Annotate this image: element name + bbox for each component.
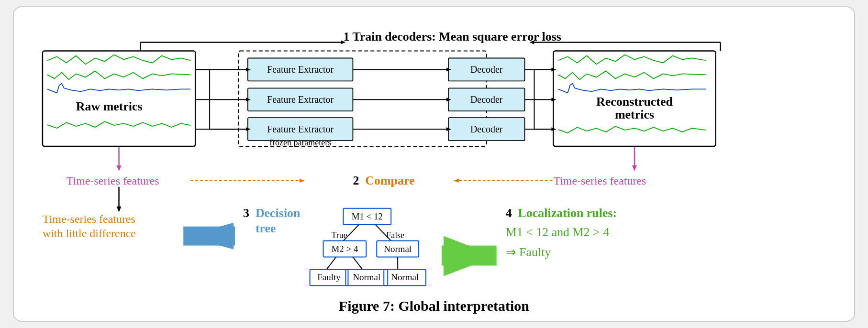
svg-rect-51 bbox=[183, 227, 235, 246]
dt-normal1: Normal bbox=[384, 244, 412, 254]
dec1-label: Decoder bbox=[470, 64, 503, 75]
figure-caption: Figure 7: Global interpretation bbox=[339, 298, 529, 316]
ts-features-diff1: Time-series features bbox=[43, 213, 135, 225]
dec3-label: Decoder bbox=[470, 124, 503, 134]
ts-features-right: Time-series features bbox=[553, 175, 646, 187]
dt-normal3: Normal bbox=[391, 272, 419, 282]
main-svg: 1 Train decoders: Mean square error loss… bbox=[28, 17, 840, 295]
dec2-label: Decoder bbox=[470, 94, 503, 105]
diagram-area: 1 Train decoders: Mean square error loss… bbox=[28, 17, 840, 295]
dt-root: M1 < 12 bbox=[352, 211, 383, 221]
fe2-label: Feature Extractor bbox=[267, 94, 334, 105]
ts-features-diff2: with little difference bbox=[43, 227, 136, 240]
svg-marker-43 bbox=[632, 165, 637, 171]
svg-marker-49 bbox=[117, 207, 122, 212]
fe1-label: Feature Extractor bbox=[267, 64, 334, 75]
step2-number: 2 bbox=[353, 174, 359, 187]
dt-faulty: Faulty bbox=[317, 272, 341, 282]
svg-rect-64 bbox=[442, 246, 497, 266]
step3-number: 3 bbox=[243, 206, 249, 220]
svg-line-57 bbox=[327, 257, 336, 270]
step4-localization: Localization rules: bbox=[518, 206, 617, 220]
ts-features-left: Time-series features bbox=[67, 175, 159, 187]
loc-rule2: ⇒ Faulty bbox=[506, 245, 551, 259]
dt-normal2: Normal bbox=[353, 272, 380, 282]
step4-number: 4 bbox=[506, 206, 512, 220]
svg-marker-47 bbox=[453, 179, 459, 183]
step3-tree: tree bbox=[256, 221, 276, 235]
raw-metrics-label: Raw metrics bbox=[76, 99, 143, 113]
svg-line-58 bbox=[353, 257, 362, 270]
fe3-label: Feature Extractor bbox=[267, 124, 334, 134]
svg-marker-41 bbox=[117, 165, 122, 171]
loc-rule1: M1 < 12 and M2 > 4 bbox=[506, 225, 609, 239]
reconstructed-metrics-label2: metrics bbox=[615, 108, 654, 121]
dt-m2: M2 > 4 bbox=[331, 244, 358, 254]
step3-decision: Decision bbox=[256, 206, 300, 220]
svg-rect-6 bbox=[43, 51, 195, 147]
dt-false: False bbox=[386, 230, 404, 240]
dt-true: True bbox=[332, 230, 347, 240]
reconstructed-metrics-label: Reconstructed bbox=[596, 95, 673, 109]
step2-compare: Compare bbox=[365, 174, 414, 187]
svg-marker-45 bbox=[300, 179, 305, 183]
figure-container: 1 Train decoders: Mean square error loss… bbox=[13, 6, 855, 322]
frozen-label: frozen parameters bbox=[269, 138, 331, 147]
step1-label: 1 Train decoders: Mean square error loss bbox=[343, 30, 561, 44]
